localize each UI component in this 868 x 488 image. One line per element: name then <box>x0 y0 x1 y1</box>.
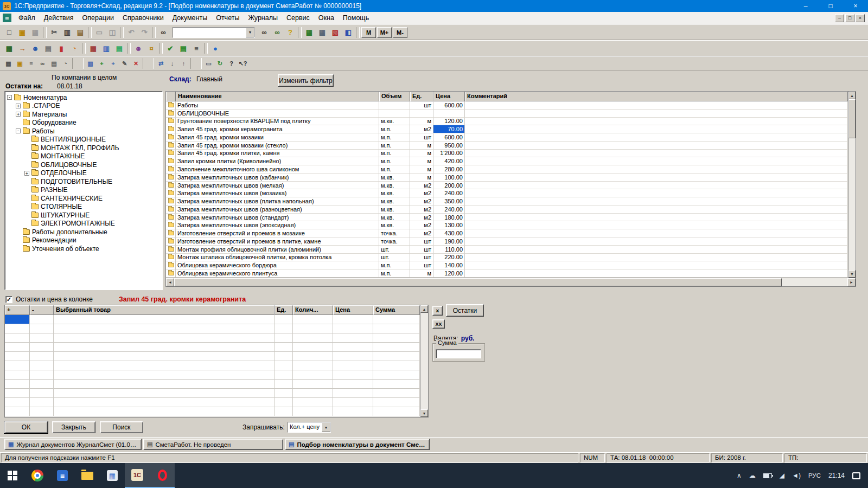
exit-icon[interactable]: → <box>16 42 29 54</box>
catalog-row[interactable]: Затирка межплиточных швов (эпоксидная) м… <box>166 221 848 229</box>
tree-node[interactable]: + Материалы <box>5 110 162 119</box>
tree-node[interactable]: ВЕНТИЛЯЦИОННЫЕ <box>5 136 162 144</box>
scroll-up-button[interactable]: ▲ <box>848 92 856 99</box>
mdi-restore-button[interactable]: □ <box>845 14 854 22</box>
tree-node[interactable]: Работы дополнительные <box>5 228 162 236</box>
tree-node[interactable]: Уточнения об объекте <box>5 245 162 253</box>
taskbar-docs-button[interactable]: ≣ <box>50 463 75 488</box>
scroll-thumb[interactable] <box>848 99 856 138</box>
picked-table-empty-row[interactable] <box>5 407 420 416</box>
scroll-down-button[interactable]: ▼ <box>420 409 428 417</box>
catalog-horizontal-scrollbar[interactable]: ◄ ► <box>166 278 856 286</box>
ask-mode-dropdown-arrow[interactable]: ▼ <box>322 422 330 432</box>
new-group-icon[interactable]: + <box>96 58 107 69</box>
tray-cloud-icon[interactable]: ☁ <box>749 472 756 479</box>
catalog-row[interactable]: Грунтование поверхности КВАРЦЕМ под плит… <box>166 118 848 126</box>
window-tab[interactable]: ▦ Журнал документов ЖурналСмет (01.01...… <box>4 439 142 450</box>
scroll-right-button[interactable]: ► <box>847 278 856 286</box>
find-icon[interactable]: ∞ <box>157 27 170 38</box>
menu-item[interactable]: Действия <box>40 12 78 24</box>
delete-row-button[interactable]: × <box>432 306 443 316</box>
catalog-row[interactable]: Запил 45 град. кромки мозаики м.п. шт 60… <box>166 133 848 142</box>
picked-table-empty-row[interactable] <box>5 315 420 324</box>
tree-node[interactable]: СТОЛЯРНЫЕ <box>5 203 162 211</box>
picked-table-empty-row[interactable] <box>5 361 420 370</box>
new-item-icon[interactable]: + <box>107 58 119 69</box>
scroll-up-button[interactable]: ▲ <box>420 305 428 313</box>
ask-mode-dropdown[interactable]: Кол.+ цену ▼ <box>288 422 331 433</box>
tree-node[interactable]: - Работы <box>5 127 162 136</box>
start-button[interactable] <box>0 463 25 488</box>
menu-item[interactable]: Файл <box>14 12 40 24</box>
mdi-minimize-button[interactable]: – <box>835 14 844 22</box>
copy-item-icon[interactable]: ▥ <box>85 58 96 69</box>
picked-table-empty-row[interactable] <box>5 398 420 407</box>
find-next-icon[interactable]: ∞ <box>271 27 284 38</box>
catalog-row[interactable]: Затирка межплиточных швов (мозаика) м.кв… <box>166 189 848 197</box>
tree-node[interactable]: РАЗНЫЕ <box>5 186 162 195</box>
doc-green-icon[interactable]: ▤ <box>177 42 190 54</box>
minimize-button[interactable]: – <box>793 0 818 12</box>
delete-item-icon[interactable]: ✕ <box>130 58 142 69</box>
spreadsheet-icon[interactable]: ▦ <box>3 42 16 54</box>
change-filter-button[interactable]: Изменить фильтр <box>278 74 334 87</box>
redo-icon[interactable]: ↷ <box>138 27 151 38</box>
notebook-icon[interactable]: ▤ <box>42 42 55 54</box>
price-table-icon[interactable]: ▥ <box>100 42 113 54</box>
picked-table-empty-row[interactable] <box>5 352 420 361</box>
table-mode-icon[interactable]: ▦ <box>3 58 14 69</box>
scroll-thumb[interactable] <box>174 278 782 286</box>
menu-item[interactable]: Операции <box>78 12 118 24</box>
table-icon[interactable]: ▦ <box>316 27 329 38</box>
catalog-row[interactable]: Запил 45 град. кромки керамогранита м.п.… <box>166 125 848 133</box>
picked-table-empty-row[interactable] <box>5 333 420 343</box>
scroll-down-button[interactable]: ▼ <box>848 270 856 278</box>
tree-node[interactable]: ОБЛИЦОВОЧНЫЕ <box>5 160 162 169</box>
catalog-row[interactable]: Затирка межплиточных швов (плитка наполь… <box>166 197 848 206</box>
edit-item-icon[interactable]: ✎ <box>119 58 130 69</box>
mdi-document-icon[interactable]: ≣ <box>3 14 11 22</box>
quick-search-value[interactable] <box>173 28 246 37</box>
tree-node[interactable]: Оборудование <box>5 119 162 127</box>
hierarchy-icon[interactable]: ≡ <box>25 58 37 69</box>
tree-node[interactable]: ПОДГОТОВИТЕЛЬНЫЕ <box>5 177 162 186</box>
copy-icon[interactable]: ▥ <box>61 27 74 38</box>
scroll-left-button[interactable]: ◄ <box>166 278 174 286</box>
catalog-row[interactable]: Затирка межплиточных швов (мелкая) м.кв.… <box>166 182 848 190</box>
folder-view-icon[interactable]: ▣ <box>14 58 25 69</box>
ok-button[interactable]: ОК <box>4 421 48 433</box>
picked-table-empty-row[interactable] <box>5 343 420 352</box>
save-icon[interactable]: ▦ <box>29 27 42 38</box>
context-help-icon[interactable]: ↖? <box>237 58 248 69</box>
close-form-button[interactable]: Закрыть <box>52 421 95 433</box>
sort-asc-icon[interactable]: ↓ <box>167 58 178 69</box>
catalog-row[interactable]: Изготовление отверстий и проемов в плитк… <box>166 237 848 246</box>
new-document-icon[interactable]: □ <box>3 27 16 38</box>
network-icon[interactable]: ◢ <box>780 472 784 479</box>
refresh-icon[interactable]: ↻ <box>214 58 226 69</box>
search-doc-icon[interactable]: ∞ <box>37 58 48 69</box>
money-icon[interactable]: ¤ <box>145 42 158 54</box>
monitor-icon[interactable]: ◧ <box>342 27 355 38</box>
tree-expander-icon[interactable]: - <box>16 129 21 133</box>
move-item-icon[interactable]: ⇄ <box>155 58 167 69</box>
help-icon[interactable]: ? <box>284 27 297 38</box>
menu-item[interactable]: Окна <box>314 12 339 24</box>
catalog-row[interactable]: Работы шт 600.00 <box>166 101 848 110</box>
card-icon[interactable]: ▤ <box>48 58 60 69</box>
battery-icon[interactable] <box>763 473 772 478</box>
window-tab[interactable]: ▤ СметаРабот. Не проведен <box>143 439 283 450</box>
taskbar-chrome-button[interactable] <box>25 463 50 488</box>
open-icon[interactable]: ▣ <box>16 27 29 38</box>
catalog-row[interactable]: ОБЛИЦОВОЧНЫЕ <box>166 110 848 118</box>
remains-button[interactable]: Остатки <box>446 304 484 317</box>
taskbar-explorer-button[interactable] <box>75 463 100 488</box>
tree-node[interactable]: ШТУКАТУРНЫЕ <box>5 211 162 220</box>
catalog-row[interactable]: Запил кромки плитки (Криволинейно) м.п. … <box>166 157 848 165</box>
balance-in-column-checkbox[interactable]: ✓ <box>5 296 12 303</box>
window-tab[interactable]: ▤ Подбор номенклатуры в документ Смет... <box>285 439 430 450</box>
quick-search-dropdown-arrow[interactable]: ▼ <box>246 28 254 37</box>
quick-search-combobox[interactable]: ▼ <box>173 27 255 38</box>
help3-icon[interactable]: ? <box>226 58 237 69</box>
picked-table-empty-row[interactable] <box>5 370 420 380</box>
